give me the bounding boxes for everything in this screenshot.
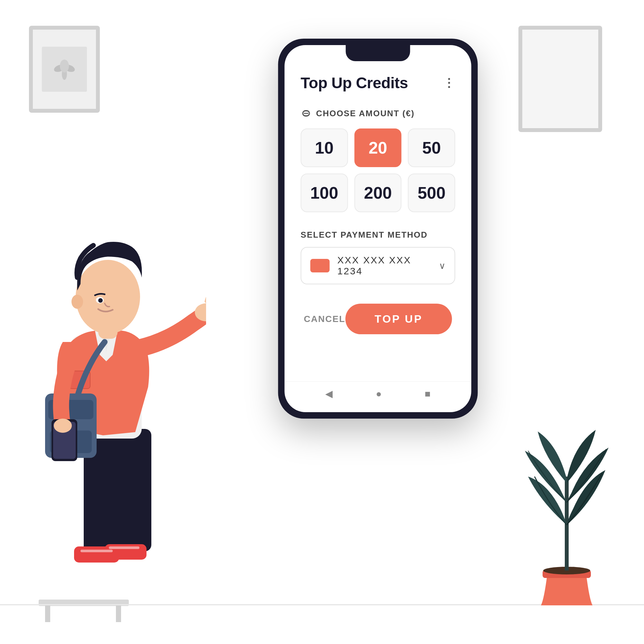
topup-button[interactable]: TOP UP	[345, 304, 452, 334]
chevron-down-icon: ∨	[439, 260, 446, 271]
svg-point-18	[76, 260, 140, 334]
person-illustration	[13, 155, 206, 606]
wall-frame-left	[29, 26, 100, 113]
svg-point-20	[98, 298, 103, 303]
amount-grid: 10 20 50 100 200 500	[301, 128, 455, 212]
plant-illustration	[522, 412, 612, 605]
frame-art-icon	[50, 55, 79, 84]
payment-selector[interactable]: XXX XXX XXX 1234 ∨	[301, 247, 455, 284]
recent-nav-button[interactable]: ■	[425, 388, 431, 399]
phone-screen: Top Up Credits ⋮ CHOOSE AMOUNT (€)	[285, 45, 471, 412]
link-icon	[301, 108, 312, 119]
amount-btn-20[interactable]: 20	[354, 128, 402, 167]
choose-amount-text: CHOOSE AMOUNT (€)	[316, 109, 415, 118]
card-number: XXX XXX XXX 1234	[337, 255, 431, 277]
screen-header: Top Up Credits ⋮	[301, 74, 455, 92]
frame-art	[42, 47, 87, 92]
plant-svg	[522, 412, 612, 605]
svg-point-21	[71, 295, 83, 309]
chain-link-icon	[301, 108, 311, 118]
bottom-actions: CANCEL TOP UP	[301, 304, 455, 334]
furniture-leg-left	[45, 605, 50, 622]
person-svg	[13, 155, 206, 606]
phone-body: Top Up Credits ⋮ CHOOSE AMOUNT (€)	[278, 39, 478, 419]
cancel-button[interactable]: CANCEL	[304, 314, 346, 324]
phone-device: Top Up Credits ⋮ CHOOSE AMOUNT (€)	[278, 39, 478, 419]
amount-btn-200[interactable]: 200	[354, 174, 402, 212]
svg-point-3	[60, 60, 69, 72]
wall-frame-right	[518, 26, 602, 132]
payment-method-label: SELECT PAYMENT METHOD	[301, 230, 455, 240]
amount-btn-100[interactable]: 100	[301, 174, 348, 212]
bottom-navigation: ◀ ● ■	[285, 381, 471, 412]
screen-content: Top Up Credits ⋮ CHOOSE AMOUNT (€)	[285, 45, 471, 381]
more-menu-icon[interactable]: ⋮	[443, 76, 455, 90]
phone-notch	[346, 45, 410, 61]
home-nav-button[interactable]: ●	[376, 388, 382, 399]
card-icon	[310, 259, 330, 272]
svg-rect-10	[81, 550, 113, 552]
svg-rect-11	[109, 546, 139, 549]
amount-btn-10[interactable]: 10	[301, 128, 348, 167]
page-title: Top Up Credits	[301, 74, 408, 92]
back-nav-button[interactable]: ◀	[325, 388, 333, 399]
svg-point-25	[54, 419, 72, 433]
furniture-leg-right	[116, 605, 121, 622]
amount-btn-500[interactable]: 500	[408, 174, 455, 212]
amount-btn-50[interactable]: 50	[408, 128, 455, 167]
choose-amount-label: CHOOSE AMOUNT (€)	[301, 108, 455, 119]
background: Top Up Credits ⋮ CHOOSE AMOUNT (€)	[0, 0, 644, 644]
